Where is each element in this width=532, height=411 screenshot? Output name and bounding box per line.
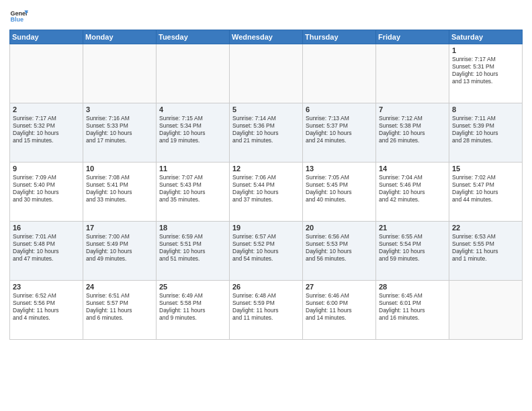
calendar-header-row: SundayMondayTuesdayWednesdayThursdayFrid…: [10, 30, 523, 44]
day-number: 3: [86, 105, 153, 113]
calendar-cell: 3Sunrise: 7:16 AM Sunset: 5:33 PM Daylig…: [83, 103, 157, 163]
calendar-week-1: 1Sunrise: 7:17 AM Sunset: 5:31 PM Daylig…: [10, 44, 523, 103]
weekday-header-saturday: Saturday: [449, 30, 523, 44]
calendar-cell: 23Sunrise: 6:52 AM Sunset: 5:56 PM Dayli…: [10, 281, 83, 340]
weekday-header-friday: Friday: [376, 30, 449, 44]
calendar-cell: 24Sunrise: 6:51 AM Sunset: 5:57 PM Dayli…: [83, 281, 157, 340]
day-number: 24: [86, 283, 153, 291]
day-number: 11: [159, 165, 226, 173]
day-number: 19: [232, 224, 300, 232]
day-info: Sunrise: 7:08 AM Sunset: 5:41 PM Dayligh…: [86, 174, 153, 203]
day-number: 17: [86, 224, 153, 232]
day-info: Sunrise: 7:05 AM Sunset: 5:45 PM Dayligh…: [306, 174, 373, 203]
calendar-cell: 19Sunrise: 6:57 AM Sunset: 5:52 PM Dayli…: [230, 222, 303, 281]
calendar-week-2: 2Sunrise: 7:17 AM Sunset: 5:32 PM Daylig…: [10, 103, 523, 163]
calendar-week-3: 9Sunrise: 7:09 AM Sunset: 5:40 PM Daylig…: [10, 163, 523, 222]
day-number: 5: [232, 105, 300, 113]
calendar-cell: 20Sunrise: 6:56 AM Sunset: 5:53 PM Dayli…: [303, 222, 376, 281]
day-number: 18: [159, 224, 226, 232]
logo-icon: General Blue: [9, 7, 28, 26]
day-info: Sunrise: 6:56 AM Sunset: 5:53 PM Dayligh…: [306, 233, 373, 263]
calendar-cell: [83, 44, 157, 103]
calendar-cell: 28Sunrise: 6:45 AM Sunset: 6:01 PM Dayli…: [376, 281, 449, 340]
day-info: Sunrise: 6:49 AM Sunset: 5:58 PM Dayligh…: [159, 292, 226, 322]
day-number: 8: [452, 105, 519, 113]
calendar-cell: [303, 44, 376, 103]
day-number: 20: [306, 224, 373, 232]
calendar-cell: 18Sunrise: 6:59 AM Sunset: 5:51 PM Dayli…: [157, 222, 230, 281]
calendar-cell: 15Sunrise: 7:02 AM Sunset: 5:47 PM Dayli…: [449, 163, 523, 222]
weekday-header-thursday: Thursday: [303, 30, 376, 44]
calendar-cell: [449, 281, 523, 340]
calendar-cell: 16Sunrise: 7:01 AM Sunset: 5:48 PM Dayli…: [10, 222, 83, 281]
day-number: 15: [452, 165, 519, 173]
day-info: Sunrise: 6:57 AM Sunset: 5:52 PM Dayligh…: [232, 233, 300, 263]
calendar-cell: 9Sunrise: 7:09 AM Sunset: 5:40 PM Daylig…: [10, 163, 83, 222]
svg-text:Blue: Blue: [10, 16, 24, 23]
calendar-cell: [10, 44, 83, 103]
day-info: Sunrise: 7:01 AM Sunset: 5:48 PM Dayligh…: [13, 233, 80, 263]
calendar-cell: [230, 44, 303, 103]
day-number: 4: [159, 105, 226, 113]
calendar-cell: [376, 44, 449, 103]
day-info: Sunrise: 6:48 AM Sunset: 5:59 PM Dayligh…: [232, 292, 300, 322]
day-info: Sunrise: 6:45 AM Sunset: 6:01 PM Dayligh…: [379, 292, 446, 322]
day-number: 13: [306, 165, 373, 173]
day-info: Sunrise: 7:13 AM Sunset: 5:37 PM Dayligh…: [306, 115, 373, 144]
calendar-table: SundayMondayTuesdayWednesdayThursdayFrid…: [9, 30, 523, 340]
day-info: Sunrise: 7:14 AM Sunset: 5:36 PM Dayligh…: [232, 115, 300, 144]
calendar-cell: 27Sunrise: 6:46 AM Sunset: 6:00 PM Dayli…: [303, 281, 376, 340]
day-info: Sunrise: 6:46 AM Sunset: 6:00 PM Dayligh…: [306, 292, 373, 322]
calendar-cell: 17Sunrise: 7:00 AM Sunset: 5:49 PM Dayli…: [83, 222, 157, 281]
calendar-cell: 2Sunrise: 7:17 AM Sunset: 5:32 PM Daylig…: [10, 103, 83, 163]
calendar-cell: 25Sunrise: 6:49 AM Sunset: 5:58 PM Dayli…: [157, 281, 230, 340]
calendar-cell: 21Sunrise: 6:55 AM Sunset: 5:54 PM Dayli…: [376, 222, 449, 281]
day-number: 10: [86, 165, 153, 173]
day-number: 21: [379, 224, 446, 232]
day-number: 22: [452, 224, 519, 232]
day-number: 9: [13, 165, 80, 173]
day-number: 16: [13, 224, 80, 232]
calendar-cell: 1Sunrise: 7:17 AM Sunset: 5:31 PM Daylig…: [449, 44, 523, 103]
header: General Blue: [9, 7, 523, 26]
day-number: 23: [13, 283, 80, 291]
calendar-cell: 11Sunrise: 7:07 AM Sunset: 5:43 PM Dayli…: [157, 163, 230, 222]
day-number: 1: [452, 46, 519, 54]
day-number: 28: [379, 283, 446, 291]
day-number: 7: [379, 105, 446, 113]
calendar-cell: 4Sunrise: 7:15 AM Sunset: 5:34 PM Daylig…: [157, 103, 230, 163]
calendar-cell: 13Sunrise: 7:05 AM Sunset: 5:45 PM Dayli…: [303, 163, 376, 222]
day-info: Sunrise: 6:51 AM Sunset: 5:57 PM Dayligh…: [86, 292, 153, 322]
day-number: 6: [306, 105, 373, 113]
logo: General Blue: [9, 7, 31, 26]
calendar-cell: 12Sunrise: 7:06 AM Sunset: 5:44 PM Dayli…: [230, 163, 303, 222]
calendar-cell: 14Sunrise: 7:04 AM Sunset: 5:46 PM Dayli…: [376, 163, 449, 222]
day-info: Sunrise: 7:17 AM Sunset: 5:31 PM Dayligh…: [452, 56, 519, 85]
weekday-header-tuesday: Tuesday: [157, 30, 230, 44]
day-number: 14: [379, 165, 446, 173]
day-number: 26: [232, 283, 300, 291]
day-info: Sunrise: 7:00 AM Sunset: 5:49 PM Dayligh…: [86, 233, 153, 263]
day-number: 2: [13, 105, 80, 113]
calendar-cell: [157, 44, 230, 103]
calendar-cell: 22Sunrise: 6:53 AM Sunset: 5:55 PM Dayli…: [449, 222, 523, 281]
day-info: Sunrise: 7:04 AM Sunset: 5:46 PM Dayligh…: [379, 174, 446, 203]
calendar-cell: 7Sunrise: 7:12 AM Sunset: 5:38 PM Daylig…: [376, 103, 449, 163]
day-number: 25: [159, 283, 226, 291]
weekday-header-wednesday: Wednesday: [230, 30, 303, 44]
calendar-cell: 5Sunrise: 7:14 AM Sunset: 5:36 PM Daylig…: [230, 103, 303, 163]
day-info: Sunrise: 7:07 AM Sunset: 5:43 PM Dayligh…: [159, 174, 226, 203]
calendar-week-5: 23Sunrise: 6:52 AM Sunset: 5:56 PM Dayli…: [10, 281, 523, 340]
calendar-week-4: 16Sunrise: 7:01 AM Sunset: 5:48 PM Dayli…: [10, 222, 523, 281]
day-info: Sunrise: 6:53 AM Sunset: 5:55 PM Dayligh…: [452, 233, 519, 263]
day-info: Sunrise: 7:06 AM Sunset: 5:44 PM Dayligh…: [232, 174, 300, 203]
calendar-cell: 26Sunrise: 6:48 AM Sunset: 5:59 PM Dayli…: [230, 281, 303, 340]
day-info: Sunrise: 7:12 AM Sunset: 5:38 PM Dayligh…: [379, 115, 446, 144]
day-info: Sunrise: 7:16 AM Sunset: 5:33 PM Dayligh…: [86, 115, 153, 144]
weekday-header-sunday: Sunday: [10, 30, 83, 44]
calendar-cell: 10Sunrise: 7:08 AM Sunset: 5:41 PM Dayli…: [83, 163, 157, 222]
day-info: Sunrise: 7:17 AM Sunset: 5:32 PM Dayligh…: [13, 115, 80, 144]
day-info: Sunrise: 6:55 AM Sunset: 5:54 PM Dayligh…: [379, 233, 446, 263]
day-info: Sunrise: 7:02 AM Sunset: 5:47 PM Dayligh…: [452, 174, 519, 203]
day-info: Sunrise: 7:11 AM Sunset: 5:39 PM Dayligh…: [452, 115, 519, 144]
